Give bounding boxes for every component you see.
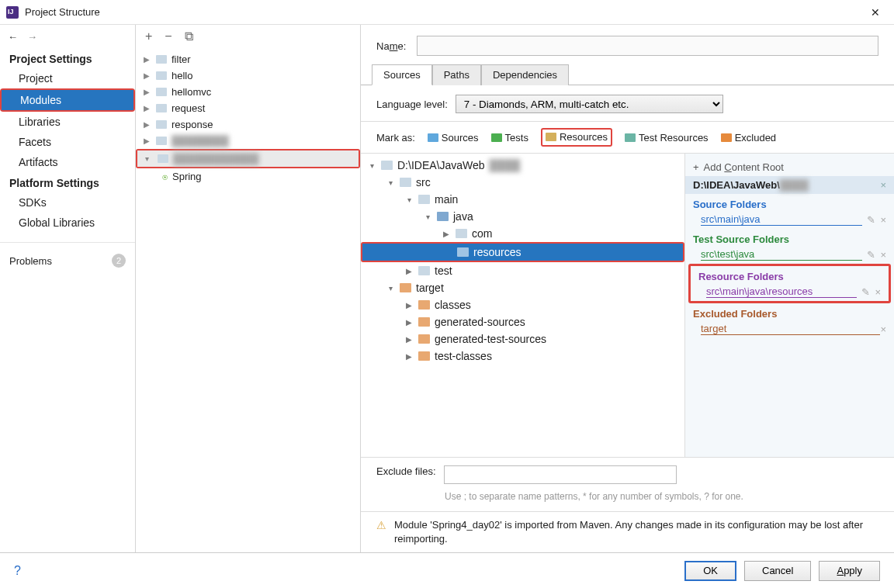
module-name-input[interactable] <box>417 36 878 56</box>
nav-sdks[interactable]: SDKs <box>0 192 135 213</box>
folder-orange-icon <box>418 351 430 361</box>
folder-orange-icon <box>400 283 411 292</box>
sidebar: ← → Project Settings Project Modules Lib… <box>0 25 136 552</box>
chevron-right-icon[interactable]: ▶ <box>144 120 151 129</box>
excluded-folder-item[interactable]: target× <box>685 321 894 338</box>
plus-icon: + <box>693 161 699 173</box>
edit-icon[interactable]: ✎ <box>867 214 875 226</box>
mark-test-resources-button[interactable]: Test Resources <box>625 132 709 144</box>
module-node-selected[interactable]: ▾████████████ <box>137 150 359 167</box>
dir-classes[interactable]: ▶classes <box>361 296 684 313</box>
dir-root[interactable]: ▾D:\IDEA\JavaWeb████ <box>361 157 684 174</box>
chevron-right-icon[interactable]: ▶ <box>144 88 151 96</box>
remove-module-icon[interactable]: − <box>165 29 172 43</box>
folder-icon <box>418 266 430 275</box>
chevron-right-icon[interactable]: ▶ <box>404 352 414 361</box>
folder-orange-icon <box>418 334 430 344</box>
dir-test-classes[interactable]: ▶test-classes <box>361 348 684 365</box>
folder-blue-icon <box>428 133 438 142</box>
exclude-hint: Use ; to separate name patterns, * for a… <box>361 487 894 511</box>
back-arrow-icon[interactable]: ← <box>8 31 18 43</box>
dir-src[interactable]: ▾src <box>361 174 684 191</box>
chevron-down-icon[interactable]: ▾ <box>386 178 395 187</box>
chevron-right-icon[interactable]: ▶ <box>442 230 451 238</box>
copy-module-icon[interactable]: ⧉ <box>185 29 193 43</box>
mark-as-label: Mark as: <box>376 132 415 144</box>
chevron-right-icon[interactable]: ▶ <box>404 301 414 310</box>
nav-problems[interactable]: Problems 2 <box>0 242 135 272</box>
nav-artifacts[interactable]: Artifacts <box>0 152 135 172</box>
directory-tree: ▾D:\IDEA\JavaWeb████ ▾src ▾main ▾java ▶c… <box>361 154 684 457</box>
language-level-label: Language level: <box>376 99 448 110</box>
chevron-down-icon[interactable]: ▾ <box>367 161 376 170</box>
dir-target[interactable]: ▾target <box>361 279 684 296</box>
close-icon[interactable]: × <box>875 286 881 298</box>
chevron-down-icon[interactable]: ▾ <box>404 195 414 204</box>
dir-test[interactable]: ▶test <box>361 262 684 279</box>
warning-row: ⚠ Module 'Spring4_day02' is imported fro… <box>361 511 894 552</box>
dir-gen-test[interactable]: ▶generated-test-sources <box>361 330 684 348</box>
mark-tests-button[interactable]: Tests <box>491 132 528 144</box>
chevron-down-icon[interactable]: ▾ <box>423 213 432 221</box>
chevron-right-icon[interactable]: ▶ <box>144 137 151 145</box>
exclude-files-input[interactable] <box>444 465 677 484</box>
mark-resources-button[interactable]: Resources <box>546 131 608 143</box>
mark-excluded-button[interactable]: Excluded <box>721 132 776 144</box>
chevron-right-icon[interactable]: ▶ <box>404 318 414 327</box>
language-level-select[interactable]: 7 - Diamonds, ARM, multi-catch etc. <box>456 95 723 113</box>
folder-icon <box>418 195 430 204</box>
resource-folder-item[interactable]: src\main\java\resources✎× <box>691 284 889 301</box>
content-root-path[interactable]: D:\IDEA\JavaWeb\████× <box>685 176 894 194</box>
tab-paths[interactable]: Paths <box>432 64 481 85</box>
nav-project[interactable]: Project <box>0 68 135 88</box>
excluded-folders-title: Excluded Folders <box>685 303 894 321</box>
dir-java[interactable]: ▾java <box>361 208 684 225</box>
spring-icon: ⍟ <box>162 171 168 182</box>
tab-sources[interactable]: Sources <box>372 64 432 85</box>
add-module-icon[interactable]: + <box>145 29 152 43</box>
close-icon[interactable]: × <box>880 249 886 261</box>
chevron-right-icon[interactable]: ▶ <box>144 55 151 64</box>
problems-count-badge: 2 <box>112 254 126 268</box>
close-icon[interactable]: × <box>880 214 886 226</box>
ok-button[interactable]: OK <box>684 561 736 581</box>
module-node: ▶hello <box>136 67 360 84</box>
edit-icon[interactable]: ✎ <box>867 249 875 261</box>
tab-dependencies[interactable]: Dependencies <box>481 64 569 85</box>
chevron-down-icon[interactable]: ▾ <box>386 284 395 292</box>
module-node: ▶hellomvc <box>136 84 360 100</box>
dir-resources-selected[interactable]: resources <box>362 244 683 261</box>
chevron-right-icon[interactable]: ▶ <box>404 335 414 344</box>
folder-orange-icon <box>418 317 430 327</box>
chevron-right-icon[interactable]: ▶ <box>144 104 151 112</box>
module-node: ▶request <box>136 100 360 116</box>
close-icon[interactable]: ✕ <box>863 3 888 22</box>
test-source-folder-item[interactable]: src\test\java✎× <box>685 247 894 264</box>
help-icon[interactable]: ? <box>14 564 21 578</box>
dir-com[interactable]: ▶com <box>361 225 684 242</box>
apply-button[interactable]: Apply <box>819 561 880 581</box>
app-icon <box>6 6 19 19</box>
edit-icon[interactable]: ✎ <box>861 286 870 298</box>
chevron-right-icon[interactable]: ▶ <box>144 71 151 80</box>
source-folder-item[interactable]: src\main\java✎× <box>685 212 894 229</box>
dir-gen-src[interactable]: ▶generated-sources <box>361 313 684 330</box>
platform-settings-label: Platform Settings <box>0 172 135 192</box>
source-folders-title: Source Folders <box>685 194 894 212</box>
exclude-files-label: Exclude files: <box>376 465 436 477</box>
close-icon[interactable]: × <box>880 323 886 335</box>
nav-global-libraries[interactable]: Global Libraries <box>0 213 135 233</box>
chevron-right-icon[interactable]: ▶ <box>404 267 414 275</box>
remove-root-icon[interactable]: × <box>880 179 886 191</box>
folder-blue-icon <box>437 212 449 221</box>
cancel-button[interactable]: Cancel <box>744 561 811 581</box>
module-child-spring[interactable]: ⍟Spring <box>136 168 360 185</box>
mark-sources-button[interactable]: Sources <box>428 132 479 144</box>
dir-main[interactable]: ▾main <box>361 191 684 208</box>
forward-arrow-icon[interactable]: → <box>27 31 37 43</box>
add-content-root[interactable]: +Add Content Root <box>685 158 894 176</box>
chevron-down-icon[interactable]: ▾ <box>145 154 153 163</box>
nav-facets[interactable]: Facets <box>0 132 135 152</box>
nav-modules[interactable]: Modules <box>2 90 133 110</box>
nav-libraries[interactable]: Libraries <box>0 112 135 132</box>
